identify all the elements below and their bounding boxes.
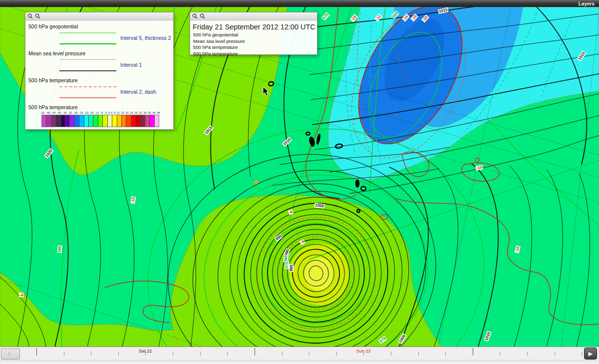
colorbar-cell bbox=[98, 115, 103, 127]
colorbar-cell bbox=[131, 115, 136, 127]
zoom-in-icon[interactable] bbox=[27, 13, 33, 19]
timeline-tick[interactable] bbox=[173, 352, 173, 356]
colorbar bbox=[41, 115, 159, 127]
legend-geo-title: 500 hPa geopotential bbox=[28, 23, 173, 29]
zoom-out-icon[interactable] bbox=[200, 13, 205, 19]
zoom-out-icon[interactable] bbox=[35, 13, 40, 19]
timeline-day-label[interactable]: Sat 22 bbox=[139, 349, 152, 354]
colorbar-cell bbox=[150, 115, 154, 127]
legend-panel[interactable]: × 500 hPa geopotential Interval 5, thick… bbox=[25, 12, 174, 130]
colorbar-tick: -8 bbox=[100, 111, 103, 114]
colorbar-tick: 32 bbox=[139, 111, 142, 114]
colorbar-cell bbox=[93, 115, 98, 127]
contour-label-mslp: 985 bbox=[289, 264, 294, 272]
timeline-tick[interactable] bbox=[555, 352, 555, 356]
colorbar-tick: 44 bbox=[152, 111, 155, 114]
colorbar-tick: 12 bbox=[117, 111, 120, 114]
contour-label-temp: -8 bbox=[19, 293, 23, 297]
colorbar-tick: -24 bbox=[79, 111, 83, 114]
colorbar-cell bbox=[42, 115, 46, 127]
colorbar-cell bbox=[108, 115, 112, 127]
legend-panel-header[interactable]: × bbox=[25, 12, 173, 20]
colorbar-tick-labels: -52-48-44-40-36-32-28-24-20-16-12-8-4048… bbox=[40, 111, 160, 114]
zoom-in-icon[interactable] bbox=[192, 13, 198, 19]
colorbar-tick: 8 bbox=[114, 111, 115, 114]
colorbar-tick: 0 bbox=[108, 111, 110, 114]
colorbar-tick: -4 bbox=[104, 111, 107, 114]
weather-app-window: Layers bbox=[0, 0, 599, 364]
colorbar-tick: 28 bbox=[134, 111, 137, 114]
timeline-tick[interactable] bbox=[309, 352, 309, 356]
colorbar-cell bbox=[46, 115, 51, 127]
info-panel[interactable]: × Friday 21 September 2012 12:00 UTC 500… bbox=[190, 12, 317, 55]
layers-button[interactable]: Layers bbox=[579, 1, 599, 6]
temp-line-solid bbox=[59, 97, 116, 98]
layer-list: 500 hPa geopotentialMean sea level press… bbox=[190, 32, 317, 56]
timeline-tick[interactable] bbox=[336, 352, 337, 356]
colorbar-tick: -32 bbox=[68, 111, 72, 114]
colorbar-cell bbox=[112, 115, 117, 127]
colorbar-cell bbox=[126, 115, 131, 127]
valid-time-title: Friday 21 September 2012 12:00 UTC bbox=[193, 23, 317, 31]
timeline-tick[interactable] bbox=[118, 352, 119, 356]
timeline-tick[interactable] bbox=[200, 352, 201, 356]
colorbar-tick: -48 bbox=[46, 111, 50, 114]
colorbar-tick: 20 bbox=[125, 111, 128, 114]
timeline-tick[interactable] bbox=[500, 352, 500, 356]
legend-geo-label: Interval 5, thickness 2 bbox=[120, 35, 171, 41]
legend-geo-row: Interval 5, thickness 2 bbox=[25, 30, 173, 47]
timeline-tick[interactable] bbox=[282, 352, 283, 356]
colorbar-tick: 24 bbox=[130, 111, 133, 114]
mslp-line-bold bbox=[59, 70, 116, 71]
colorbar-tick: 40 bbox=[148, 111, 151, 114]
timeline-tick[interactable] bbox=[445, 352, 446, 356]
timeline-scroll-strip[interactable] bbox=[0, 360, 599, 364]
layer-list-item: 500 hPa temperature bbox=[193, 51, 317, 56]
geo-line-light bbox=[59, 32, 116, 33]
colorbar-cell bbox=[122, 115, 126, 127]
timeline-tick[interactable] bbox=[91, 352, 91, 356]
timeline-tick[interactable] bbox=[9, 352, 9, 356]
timeline-tick[interactable] bbox=[418, 352, 419, 356]
colorbar-tick: -52 bbox=[40, 111, 44, 114]
timeline-day-label[interactable]: Sun 23 bbox=[356, 349, 371, 354]
timeline-tick[interactable] bbox=[391, 352, 391, 356]
colorbar-cell bbox=[61, 115, 65, 127]
top-toolbar: Layers bbox=[0, 0, 599, 7]
colorbar-cell bbox=[103, 115, 107, 127]
info-panel-header[interactable]: × bbox=[190, 12, 317, 20]
timeline-day-boundary bbox=[473, 348, 473, 356]
colorbar-cell bbox=[117, 115, 122, 127]
colorbar-tick: 48 bbox=[157, 111, 160, 114]
colorbar-cell bbox=[136, 115, 140, 127]
colorbar-tick: -28 bbox=[73, 111, 77, 114]
close-icon[interactable]: × bbox=[168, 13, 171, 19]
colorbar-cell bbox=[89, 115, 93, 127]
legend-shade-title: 500 hPa temperature bbox=[28, 104, 173, 110]
timeline-tick[interactable] bbox=[527, 352, 528, 356]
colorbar-tick: -20 bbox=[84, 111, 88, 114]
colorbar-tick: -40 bbox=[57, 111, 61, 114]
geo-line-bold bbox=[59, 43, 116, 44]
legend-mslp-row: Interval 1 bbox=[25, 57, 173, 74]
close-icon[interactable]: × bbox=[312, 13, 315, 19]
timeline-bar[interactable]: Sat 22Sun 23 bbox=[0, 347, 599, 361]
timeline-day-boundary bbox=[255, 348, 255, 356]
play-button[interactable]: ▶ bbox=[584, 348, 597, 360]
timeline-tick[interactable] bbox=[582, 352, 582, 356]
colorbar-cell bbox=[155, 115, 159, 127]
timeline-scrollbar-track[interactable] bbox=[0, 361, 599, 364]
play-icon: ▶ bbox=[589, 351, 593, 357]
timeline-tick[interactable] bbox=[64, 352, 64, 356]
layer-list-item: 500 hPa temperature bbox=[193, 44, 317, 50]
contour-label-geo: 585 bbox=[57, 245, 62, 253]
timeline-day-boundary bbox=[36, 348, 37, 356]
colorbar-cell bbox=[79, 115, 84, 127]
layer-list-item: 500 hPa geopotential bbox=[193, 32, 317, 37]
colorbar-tick: -44 bbox=[51, 111, 55, 114]
colorbar-cell bbox=[75, 115, 79, 127]
legend-temp-label: Interval 2, dash bbox=[120, 89, 156, 95]
timeline-handle[interactable] bbox=[1, 349, 20, 360]
legend-temp-row: Interval 2, dash bbox=[25, 84, 173, 101]
timeline-tick[interactable] bbox=[227, 352, 228, 356]
